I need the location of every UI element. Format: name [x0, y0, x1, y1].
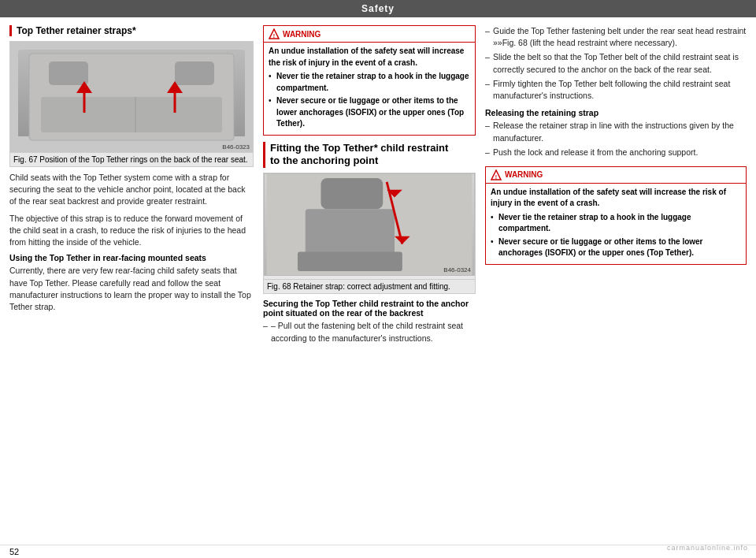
warning1-header-label: WARNING: [283, 30, 321, 39]
warning1-bullet-2: Never secure or tie luggage or other ite…: [269, 95, 470, 130]
warning2-bullet-2-text: Never secure or tie luggage or other ite…: [498, 237, 703, 258]
warning-header-1: ! WARNING: [264, 26, 475, 43]
warning1-bullet-2-text: Never secure or tie luggage or other ite…: [276, 96, 464, 128]
warning-box-1: ! WARNING An undue installation of the s…: [263, 25, 476, 136]
header-title: Safety: [361, 3, 395, 14]
fitting-title-line1: Fitting the Top Tether* child restraint: [270, 142, 448, 154]
middle-column: ! WARNING An undue installation of the s…: [263, 25, 476, 537]
svg-text:!: !: [273, 33, 275, 39]
securing-title: Securing the Top Tether child restraint …: [263, 299, 476, 318]
svg-rect-3: [175, 61, 214, 85]
section-title: Top Tether retainer straps*: [9, 25, 254, 36]
fig67-caption: Fig. 67 Position of the Top Tether rings…: [10, 152, 253, 166]
right-column: Guide the Top Tether fastening belt unde…: [485, 25, 747, 537]
svg-rect-4: [41, 97, 222, 132]
page-number: 52: [9, 547, 19, 556]
releasing-dashes: Release the retainer strap in line with …: [485, 120, 747, 158]
warning2-bold: An undue installation of the safety seat…: [491, 187, 741, 210]
body-para1: Child seats with the Top Tether system c…: [9, 172, 254, 208]
figure-67-box: B46-0323 Fig. 67 Position of the Top Tet…: [9, 41, 254, 167]
svg-rect-15: [298, 252, 402, 272]
fitting-title: Fitting the Top Tether* child restraint …: [263, 142, 476, 169]
warning2-bullet-1: Never tie the retainer strap to a hook i…: [491, 212, 741, 235]
fig68-code: B46-0324: [443, 266, 471, 273]
fitting-title-line2: to the anchoring point: [270, 154, 378, 166]
warning-triangle-icon: !: [269, 28, 280, 39]
bottom-bar: 52 carmanualonline.info: [0, 545, 756, 558]
subtitle1: Using the Top Tether in rear-facing moun…: [9, 253, 254, 262]
securing-para: – Pull out the fastening belt of the chi…: [263, 320, 476, 344]
warning2-bullet-1-text: Never tie the retainer strap to a hook i…: [498, 213, 691, 233]
releasing-dash-1: Release the retainer strap in line with …: [485, 120, 747, 143]
securing-dash-1: – Pull out the fastening belt of the chi…: [263, 320, 476, 344]
fig68-caption: Fig. 68 Retainer strap: correct adjustme…: [264, 279, 475, 293]
warning1-bullet-1: Never tie the retainer strap to a hook i…: [269, 71, 470, 94]
right-dash-2: Slide the belt so that the Top Tether be…: [485, 51, 747, 75]
main-content: Top Tether retainer straps*: [0, 17, 756, 545]
warning-box-2: ! WARNING An undue installation of the s…: [485, 166, 747, 265]
figure-68-box: B46-0324 Fig. 68 Retainer strap: correct…: [263, 173, 476, 294]
trunk-image: B46-0323: [10, 42, 253, 152]
right-dash-1: Guide the Top Tether fastening belt unde…: [485, 25, 747, 49]
releasing-dash-2: Push the lock and release it from the an…: [485, 147, 747, 158]
releasing-title: Releasing the retaining strap: [485, 108, 747, 117]
watermark: carmanualonline.info: [667, 544, 748, 552]
svg-text:!: !: [495, 173, 497, 179]
page: Safety Top Tether retainer straps*: [0, 0, 756, 558]
body-para2: The objective of this strap is to reduce…: [9, 213, 254, 249]
trunk-svg: [10, 42, 253, 152]
right-dash-3: Firmly tighten the Top Tether belt follo…: [485, 78, 747, 102]
seat-svg: [265, 174, 474, 275]
warning1-content: An undue installation of the safety seat…: [264, 43, 475, 135]
left-column: Top Tether retainer straps*: [9, 25, 254, 537]
warning-header-2: ! WARNING: [486, 167, 746, 184]
seat-image: B46-0324: [264, 173, 475, 276]
right-dashes-1: Guide the Top Tether fastening belt unde…: [485, 25, 747, 102]
warning2-content: An undue installation of the safety seat…: [486, 184, 746, 264]
warning2-bullet-2: Never secure or tie luggage or other ite…: [491, 236, 741, 259]
svg-rect-2: [49, 61, 88, 85]
warning-triangle-icon-2: !: [491, 169, 502, 180]
warning1-bold: An undue installation of the safety seat…: [269, 46, 470, 69]
warning2-header-label: WARNING: [505, 170, 543, 179]
fig67-code: B46-0323: [222, 143, 250, 151]
body-para3: Currently, there are very few rear-facin…: [9, 265, 254, 313]
warning1-bullet-1-text: Never tie the retainer strap to a hook i…: [276, 72, 469, 92]
svg-rect-13: [321, 178, 383, 209]
header-bar: Safety: [0, 0, 756, 17]
